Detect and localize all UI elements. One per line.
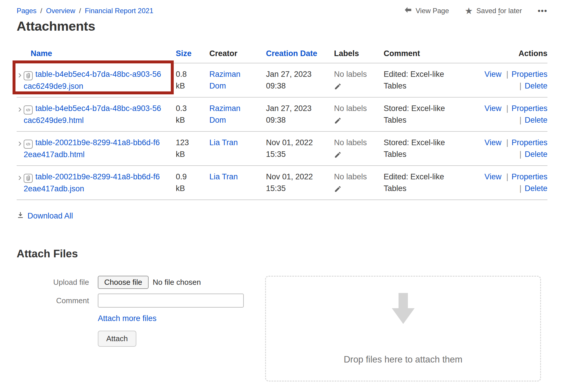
no-labels-text: No labels xyxy=(334,138,367,147)
name-cell: table-b4eb5ec4-b7da-48bc-a903-56cac6249d… xyxy=(17,103,176,126)
code-icon xyxy=(24,140,33,149)
size-cell: 0.3 kB xyxy=(176,103,209,126)
properties-link[interactable]: Properties xyxy=(512,172,547,181)
attachments-table: Name Size Creator Creation Date Labels C… xyxy=(17,49,547,200)
paperclip-icon xyxy=(24,71,33,80)
delete-link[interactable]: Delete xyxy=(525,184,547,193)
attachment-file-link[interactable]: table-20021b9e-8299-41a8-bb6d-f62eae417a… xyxy=(24,172,160,193)
dropzone-text: Drop files here to attach them xyxy=(344,354,462,365)
view-page-label: View Page xyxy=(415,7,449,15)
sort-by-name-header[interactable]: Name xyxy=(17,49,176,58)
edit-labels-pencil-icon[interactable] xyxy=(334,116,384,124)
expand-chevron-icon[interactable] xyxy=(17,104,24,126)
edit-labels-pencil-icon[interactable] xyxy=(334,150,384,158)
labels-cell: No labels xyxy=(334,137,384,158)
paperclip-icon xyxy=(24,174,33,183)
name-cell: table-20021b9e-8299-41a8-bb6d-f62eae417a… xyxy=(17,171,176,195)
drop-arrow-icon xyxy=(386,293,421,326)
download-all-label: Download All xyxy=(27,211,73,221)
delete-link[interactable]: Delete xyxy=(525,150,547,159)
creation-date-cell: Jan 27, 2023 09:38 xyxy=(266,103,334,126)
breadcrumb-separator: / xyxy=(40,7,42,15)
breadcrumb-financial-report[interactable]: Financial Report 2021 xyxy=(85,7,153,15)
attachment-file-link[interactable]: table-b4eb5ec4-b7da-48bc-a903-56cac6249d… xyxy=(24,70,161,91)
table-row: table-b4eb5ec4-b7da-48bc-a903-56cac6249d… xyxy=(17,63,547,97)
table-row: table-20021b9e-8299-41a8-bb6d-f62eae417a… xyxy=(17,131,547,165)
creator-link[interactable]: Raziman Dom xyxy=(209,104,241,124)
more-options-button[interactable]: ••• xyxy=(538,6,547,15)
labels-header: Labels xyxy=(334,49,384,58)
creator-cell: Raziman Dom xyxy=(209,103,266,126)
actions-cell: View Properties Delete xyxy=(471,137,547,160)
delete-link[interactable]: Delete xyxy=(525,81,547,90)
edit-labels-pencil-icon[interactable] xyxy=(334,184,384,192)
size-cell: 0.9 kB xyxy=(176,171,209,194)
page-title: Attachments xyxy=(17,19,547,34)
creator-cell: Lia Tran xyxy=(209,137,266,148)
labels-cell: No labels xyxy=(334,103,384,124)
comment-input[interactable] xyxy=(98,294,244,308)
download-icon xyxy=(17,211,24,221)
properties-link[interactable]: Properties xyxy=(512,104,547,113)
attachments-page: Pages / Overview / Financial Report 2021… xyxy=(17,0,547,381)
properties-link[interactable]: Properties xyxy=(512,70,547,79)
top-bar: Pages / Overview / Financial Report 2021… xyxy=(17,5,547,16)
saved-for-later-label: Saved for later xyxy=(476,7,522,15)
view-link[interactable]: View xyxy=(484,138,501,147)
attachment-file-link[interactable]: table-b4eb5ec4-b7da-48bc-a903-56cac6249d… xyxy=(24,104,161,125)
no-labels-text: No labels xyxy=(334,70,367,79)
back-arrow-icon xyxy=(404,7,412,15)
size-cell: 123 kB xyxy=(176,137,209,160)
no-file-chosen-text: No file chosen xyxy=(153,278,201,287)
download-all-button[interactable]: Download All xyxy=(17,211,547,221)
properties-link[interactable]: Properties xyxy=(512,138,547,147)
sort-by-size-header[interactable]: Size xyxy=(176,49,209,58)
creator-link[interactable]: Lia Tran xyxy=(209,172,238,181)
view-page-button[interactable]: View Page xyxy=(404,7,449,15)
expand-chevron-icon[interactable] xyxy=(17,173,24,195)
file-dropzone[interactable]: Drop files here to attach them xyxy=(265,276,541,381)
attachment-file-link[interactable]: table-20021b9e-8299-41a8-bb6d-f62eae417a… xyxy=(24,138,160,159)
breadcrumb-separator: / xyxy=(79,7,81,15)
table-header-row: Name Size Creator Creation Date Labels C… xyxy=(17,49,547,63)
breadcrumb-overview[interactable]: Overview xyxy=(46,7,75,15)
attach-button[interactable]: Attach xyxy=(98,331,136,347)
creator-header: Creator xyxy=(209,49,266,58)
actions-cell: View Properties Delete xyxy=(471,171,547,194)
comment-cell: Edited: Excel-like Tables xyxy=(384,68,471,92)
comment-cell: Stored: Excel-like Tables xyxy=(384,103,471,126)
expand-chevron-icon[interactable] xyxy=(17,70,24,92)
actions-header: Actions xyxy=(471,49,547,58)
delete-link[interactable]: Delete xyxy=(525,116,547,124)
attach-files-section: Upload file Choose file No file chosen C… xyxy=(17,276,547,381)
sort-by-creation-date-header[interactable]: Creation Date xyxy=(266,49,334,58)
saved-for-later-button[interactable]: ★ Saved for later xyxy=(465,6,522,15)
table-row: table-b4eb5ec4-b7da-48bc-a903-56cac6249d… xyxy=(17,97,547,131)
view-link[interactable]: View xyxy=(484,172,501,181)
actions-cell: View Properties Delete xyxy=(471,103,547,126)
breadcrumb: Pages / Overview / Financial Report 2021 xyxy=(17,7,153,15)
choose-file-button[interactable]: Choose file xyxy=(98,276,149,289)
edit-labels-pencil-icon[interactable] xyxy=(334,82,384,90)
creator-link[interactable]: Lia Tran xyxy=(209,138,238,147)
creator-link[interactable]: Raziman Dom xyxy=(209,70,241,90)
star-icon: ★ xyxy=(465,6,473,15)
comment-header: Comment xyxy=(384,49,471,58)
breadcrumb-pages[interactable]: Pages xyxy=(17,7,36,15)
file-input: Choose file No file chosen xyxy=(98,276,201,289)
creation-date-cell: Nov 01, 2022 15:35 xyxy=(266,137,334,160)
attach-more-files-link[interactable]: Attach more files xyxy=(98,314,156,323)
creator-cell: Raziman Dom xyxy=(209,68,266,92)
view-link[interactable]: View xyxy=(484,104,501,113)
comment-cell: Stored: Excel-like Tables xyxy=(384,137,471,160)
code-icon xyxy=(24,105,33,115)
upload-file-label: Upload file xyxy=(17,278,98,287)
attach-form: Upload file Choose file No file chosen C… xyxy=(17,276,265,351)
comment-label: Comment xyxy=(17,296,98,305)
name-cell: table-20021b9e-8299-41a8-bb6d-f62eae417a… xyxy=(17,137,176,160)
table-row: table-20021b9e-8299-41a8-bb6d-f62eae417a… xyxy=(17,165,547,200)
expand-chevron-icon[interactable] xyxy=(17,138,24,160)
attach-files-heading: Attach Files xyxy=(17,248,547,260)
view-link[interactable]: View xyxy=(484,70,501,79)
creation-date-cell: Nov 01, 2022 15:35 xyxy=(266,171,334,194)
